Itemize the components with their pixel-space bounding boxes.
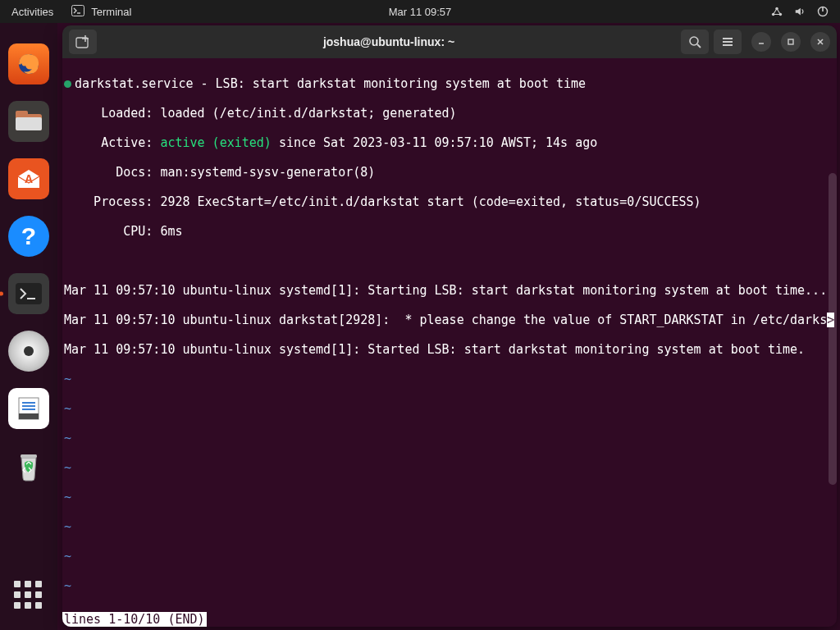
pager-tilde: ~ [62,460,837,475]
show-apps-button[interactable] [14,581,43,610]
window-title: joshua@ubuntu-linux: ~ [102,35,676,48]
clock[interactable]: Mar 11 09:57 [389,6,452,18]
dock-help[interactable]: ? [8,216,49,257]
svg-point-23 [690,37,698,45]
pager-tilde: ~ [62,431,837,445]
network-icon[interactable] [771,6,783,17]
pager-tilde: ~ [62,401,837,416]
gnome-topbar: Activities Terminal Mar 11 09:57 [0,0,840,23]
svg-rect-9 [16,111,28,117]
pager-tilde: ~ [62,578,837,593]
pager-tilde: ~ [62,490,837,504]
terminal-output[interactable]: darkstat.service - LSB: start darkstat m… [62,58,837,627]
status-active: Active: active (exited) since Sat 2023-0… [62,135,837,150]
status-cpu: CPU: 6ms [62,224,837,239]
svg-rect-0 [72,5,84,16]
svg-line-24 [697,44,701,48]
dock-files[interactable] [8,101,49,142]
pager-tilde: ~ [62,549,837,564]
svg-text:A: A [25,172,33,185]
dock-firefox[interactable] [8,43,49,84]
svg-rect-29 [788,39,793,44]
status-dot-icon [64,80,71,88]
svg-rect-19 [21,454,37,458]
status-loaded: Loaded: loaded (/etc/init.d/darkstat; ge… [62,106,837,121]
dock-terminal[interactable] [8,273,49,314]
search-button[interactable] [681,30,709,54]
pager-tilde: ~ [62,372,837,386]
terminal-window: joshua@ubuntu-linux: ~ darkstat.service … [62,25,837,627]
maximize-button[interactable] [781,32,801,52]
scrollbar[interactable] [829,173,837,485]
minimize-button[interactable] [751,32,771,52]
window-titlebar: joshua@ubuntu-linux: ~ [62,25,837,58]
status-docs: Docs: man:systemd-sysv-generator(8) [62,165,837,180]
svg-rect-18 [19,413,39,419]
pager-tilde: ~ [62,519,837,534]
svg-rect-20 [76,38,88,48]
log-line-1: Mar 11 09:57:10 ubuntu-linux systemd[1]:… [62,283,837,298]
topbar-app-menu[interactable]: Terminal [71,5,131,19]
dock-trash[interactable] [8,445,49,486]
terminal-icon [71,5,84,19]
volume-icon[interactable] [794,6,806,17]
dock: A ? [0,23,57,630]
new-tab-button[interactable] [69,30,97,54]
topbar-app-label: Terminal [91,6,131,18]
blank-line [62,253,837,268]
log-line-3: Mar 11 09:57:10 ubuntu-linux systemd[1]:… [62,342,837,357]
hamburger-menu-button[interactable] [714,30,742,54]
power-icon[interactable] [817,6,829,17]
log-line-2: Mar 11 09:57:10 ubuntu-linux darkstat[29… [62,313,837,327]
dock-text-editor[interactable] [8,388,49,429]
dock-software[interactable]: A [8,158,49,199]
activities-button[interactable]: Activities [11,6,53,18]
close-button[interactable] [810,32,830,52]
status-process: Process: 2928 ExecStart=/etc/init.d/dark… [62,194,837,209]
status-header: darkstat.service - LSB: start darkstat m… [62,76,837,91]
svg-rect-12 [16,283,42,304]
pager-status: lines 1-10/10 (END) [62,612,207,627]
dock-disc[interactable] [8,331,49,372]
svg-rect-10 [16,117,42,130]
